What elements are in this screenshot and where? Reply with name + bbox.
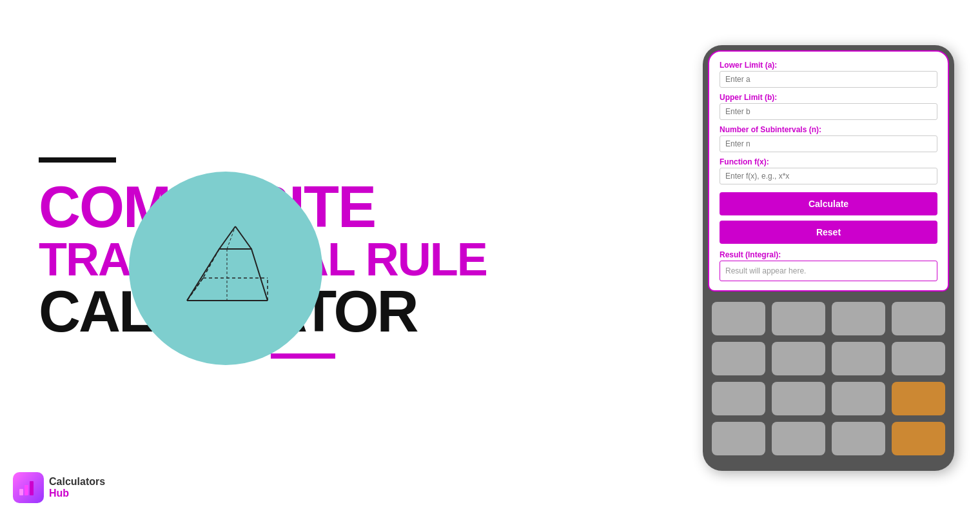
- logo-text: Calculators Hub: [49, 476, 105, 499]
- key-orange-1[interactable]: [892, 382, 945, 415]
- function-label: Function f(x):: [720, 157, 937, 166]
- calculator-body: Lower Limit (a): Upper Limit (b): Number…: [703, 45, 954, 471]
- key-4[interactable]: [892, 302, 945, 335]
- key-10[interactable]: [772, 382, 825, 415]
- key-12[interactable]: [712, 422, 765, 455]
- svg-line-4: [235, 226, 251, 249]
- key-9[interactable]: [712, 382, 765, 415]
- key-13[interactable]: [772, 422, 825, 455]
- logo-icon: [13, 472, 44, 503]
- upper-limit-input[interactable]: [720, 103, 937, 120]
- keypad: [703, 292, 954, 458]
- calculator-screen: Lower Limit (a): Upper Limit (b): Number…: [708, 50, 949, 292]
- lower-limit-label: Lower Limit (a):: [720, 61, 937, 70]
- key-14[interactable]: [832, 422, 885, 455]
- key-6[interactable]: [772, 342, 825, 375]
- key-2[interactable]: [772, 302, 825, 335]
- key-3[interactable]: [832, 302, 885, 335]
- logo: Calculators Hub: [13, 472, 105, 503]
- logo-svg: [18, 477, 39, 498]
- svg-rect-11: [24, 485, 28, 495]
- svg-rect-10: [19, 489, 23, 495]
- upper-limit-label: Upper Limit (b):: [720, 93, 937, 102]
- key-11[interactable]: [832, 382, 885, 415]
- result-label: Result (Integral):: [720, 250, 937, 259]
- svg-line-5: [219, 226, 235, 249]
- teal-circle-background: [129, 172, 322, 365]
- key-1[interactable]: [712, 302, 765, 335]
- function-input[interactable]: [720, 168, 937, 184]
- right-section: Lower Limit (a): Upper Limit (b): Number…: [696, 32, 980, 484]
- reset-button[interactable]: Reset: [720, 221, 937, 244]
- key-orange-2[interactable]: [892, 422, 945, 455]
- logo-calculators-text: Calculators: [49, 476, 105, 488]
- key-5[interactable]: [712, 342, 765, 375]
- top-decorative-bar: [39, 157, 116, 163]
- trapezoid-illustration: [129, 172, 322, 365]
- key-8[interactable]: [892, 342, 945, 375]
- key-7[interactable]: [832, 342, 885, 375]
- result-box: Result will appear here.: [720, 261, 937, 281]
- logo-hub-text: Hub: [49, 488, 105, 499]
- trapezoid-svg: [168, 210, 284, 326]
- left-section: COMPOSITE TRAPEZOIDAL RULE CALCULATOR: [0, 132, 696, 384]
- svg-line-7: [227, 226, 235, 249]
- subintervals-input[interactable]: [720, 135, 937, 152]
- subintervals-label: Number of Subintervals (n):: [720, 125, 937, 134]
- lower-limit-input[interactable]: [720, 71, 937, 88]
- svg-rect-12: [30, 481, 34, 495]
- calculate-button[interactable]: Calculate: [720, 192, 937, 215]
